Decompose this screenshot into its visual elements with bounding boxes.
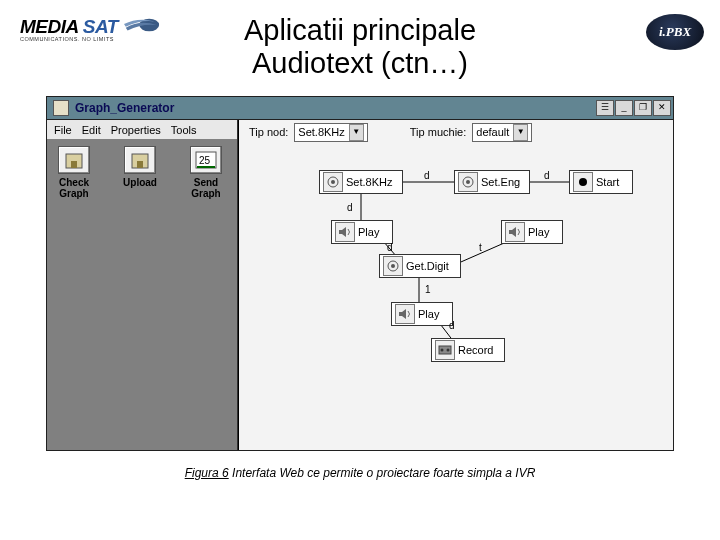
tool-panel: File Edit Properties Tools Check Graph U…: [47, 120, 238, 450]
node-play1[interactable]: Play: [331, 220, 393, 244]
check-graph-button[interactable]: Check Graph: [51, 177, 97, 199]
record-icon: [435, 340, 455, 360]
chevron-down-icon: ▼: [513, 124, 528, 141]
node-label: Play: [358, 226, 385, 238]
canvas-toolbar: Tip nod: Set.8KHz ▼ Tip muchie: default …: [239, 120, 673, 144]
speaker-icon: [335, 222, 355, 242]
window-title: Graph_Generator: [75, 101, 174, 115]
node-record[interactable]: Record: [431, 338, 505, 362]
tip-muchie-value: default: [476, 126, 509, 138]
speaker-icon: [395, 304, 415, 324]
send-graph-icon[interactable]: 25: [190, 146, 222, 174]
upload-icon[interactable]: [124, 146, 156, 174]
slide-title: Aplicatii principale Audiotext (ctn…): [0, 14, 720, 81]
graph-canvas[interactable]: Tip nod: Set.8KHz ▼ Tip muchie: default …: [238, 120, 673, 450]
svg-rect-4: [137, 161, 143, 168]
start-dot-icon: [573, 172, 593, 192]
svg-text:25: 25: [199, 155, 211, 166]
edge-label: d: [544, 170, 550, 181]
svg-point-15: [331, 180, 335, 184]
gear-icon: [323, 172, 343, 192]
tip-nod-value: Set.8KHz: [298, 126, 344, 138]
menu-properties[interactable]: Properties: [106, 124, 166, 136]
app-window: Graph_Generator ☰ _ ❐ ✕ File Edit Proper…: [46, 96, 674, 450]
node-set8khz[interactable]: Set.8KHz: [319, 170, 403, 194]
gear-icon: [383, 256, 403, 276]
node-play3[interactable]: Play: [391, 302, 453, 326]
tip-muchie-select[interactable]: default ▼: [472, 123, 532, 142]
tip-nod-label: Tip nod:: [249, 126, 288, 138]
node-label: Play: [418, 308, 445, 320]
figure-caption: Figura 6 Interfata Web ce permite o proi…: [0, 466, 720, 480]
svg-point-20: [391, 264, 395, 268]
node-label: Start: [596, 176, 625, 188]
check-graph-icon[interactable]: [58, 146, 90, 174]
document-icon: [53, 100, 69, 116]
title-line2: Audiotext (ctn…): [0, 47, 720, 80]
node-label: Record: [458, 344, 499, 356]
gear-icon: [458, 172, 478, 192]
upload-button[interactable]: Upload: [123, 177, 157, 188]
node-seteng[interactable]: Set.Eng: [454, 170, 530, 194]
window-titlebar: Graph_Generator ☰ _ ❐ ✕: [46, 96, 674, 120]
edge-label: t: [479, 242, 482, 253]
edge-label: d: [387, 242, 393, 253]
node-start[interactable]: Start: [569, 170, 633, 194]
node-label: Play: [528, 226, 555, 238]
edge-label: 1: [425, 284, 431, 295]
node-label: Set.8KHz: [346, 176, 398, 188]
menubar: File Edit Properties Tools: [47, 120, 237, 140]
menu-file[interactable]: File: [49, 124, 77, 136]
maximize-button[interactable]: ❐: [634, 100, 652, 116]
svg-point-23: [447, 349, 450, 352]
edge-label: d: [347, 202, 353, 213]
tip-nod-select[interactable]: Set.8KHz ▼: [294, 123, 367, 142]
svg-point-22: [441, 349, 444, 352]
close-button[interactable]: ✕: [653, 100, 671, 116]
figure-text: Interfata Web ce permite o proiectare fo…: [229, 466, 536, 480]
edge-label: d: [424, 170, 430, 181]
node-getdigit[interactable]: Get.Digit: [379, 254, 461, 278]
figure-number: Figura 6: [185, 466, 229, 480]
tip-muchie-label: Tip muchie:: [410, 126, 466, 138]
node-play2[interactable]: Play: [501, 220, 563, 244]
menu-tools[interactable]: Tools: [166, 124, 202, 136]
node-label: Get.Digit: [406, 260, 455, 272]
edge-label: d: [449, 320, 455, 331]
speaker-icon: [505, 222, 525, 242]
node-label: Set.Eng: [481, 176, 526, 188]
svg-point-17: [466, 180, 470, 184]
send-graph-button[interactable]: Send Graph: [183, 177, 229, 199]
menu-edit[interactable]: Edit: [77, 124, 106, 136]
titlebar-extra-button[interactable]: ☰: [596, 100, 614, 116]
chevron-down-icon: ▼: [349, 124, 364, 141]
svg-point-18: [579, 178, 587, 186]
title-line1: Aplicatii principale: [0, 14, 720, 47]
svg-rect-2: [71, 161, 77, 168]
minimize-button[interactable]: _: [615, 100, 633, 116]
